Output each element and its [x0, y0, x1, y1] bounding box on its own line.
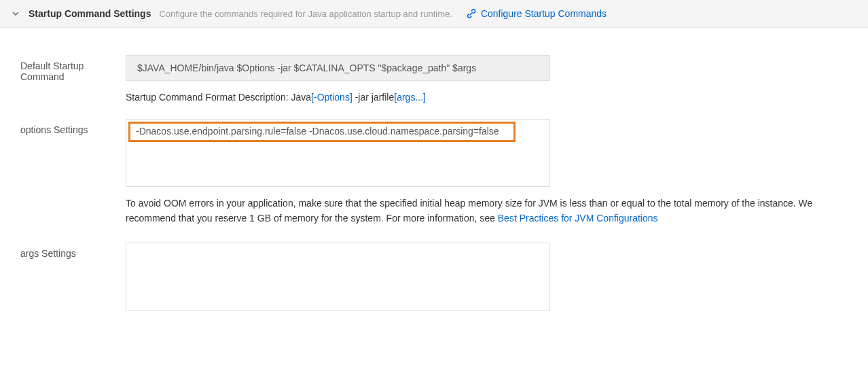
warning-text: To avoid OOM errors in your application,… — [126, 196, 848, 226]
args-settings-input[interactable] — [126, 243, 550, 310]
jvm-best-practices-link[interactable]: Best Practices for JVM Configurations — [498, 213, 658, 224]
header: Startup Command Settings Configure the c… — [0, 0, 868, 28]
options-settings-input[interactable] — [126, 119, 550, 187]
header-title: Startup Command Settings — [29, 8, 151, 19]
configure-startup-commands-link[interactable]: Configure Startup Commands — [481, 8, 607, 19]
warning-message: To avoid OOM errors in your application,… — [126, 198, 812, 224]
format-mid: -jar jarfile — [352, 92, 394, 103]
default-startup-command-label: Default Startup Command — [20, 55, 126, 82]
content: Default Startup Command $JAVA_HOME/bin/j… — [0, 28, 868, 349]
args-link[interactable]: [args...] — [394, 92, 426, 103]
format-prefix: Startup Command Format Description: Java — [126, 92, 311, 103]
options-link[interactable]: [-Options] — [311, 92, 352, 103]
format-description: Startup Command Format Description: Java… — [126, 92, 848, 103]
link-icon — [466, 8, 477, 19]
default-startup-command-value: $JAVA_HOME/bin/java $Options -jar $CATAL… — [126, 55, 550, 81]
header-description: Configure the commands required for Java… — [159, 9, 452, 19]
options-settings-label: options Settings — [20, 119, 126, 135]
chevron-down-icon[interactable] — [11, 9, 20, 18]
args-settings-label: args Settings — [20, 243, 126, 259]
